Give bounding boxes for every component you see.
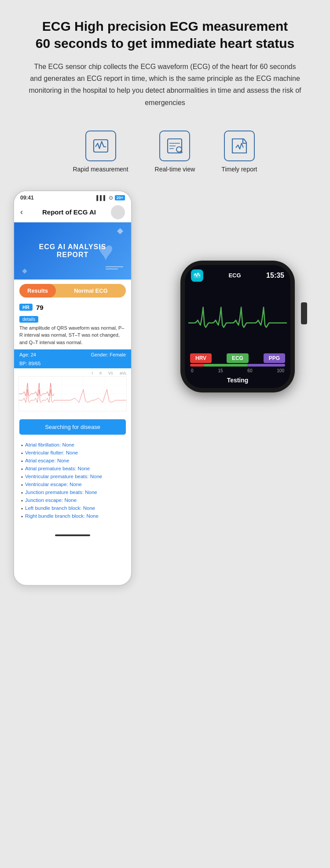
progress-hrv-segment (190, 364, 204, 367)
ecg-banner: ♥ ECG AI ANALYSIS REPORT (14, 222, 131, 280)
disease-name-8: Left bundle branch block: None (25, 505, 95, 511)
disease-item-2: • Atrial escape: None (21, 458, 124, 464)
results-btn-wrap: Results Normal ECG (19, 284, 126, 298)
bullet-icon: • (21, 482, 23, 487)
watch-time: 15:35 (266, 272, 284, 280)
disease-item-9: • Right bundle branch block: None (21, 513, 124, 519)
disease-item-1: • Ventricular flutter: None (21, 450, 124, 456)
results-area: Results Normal ECG (14, 280, 131, 300)
bullet-icon: • (21, 458, 23, 464)
subtitle-text: The ECG sensor chip collects the ECG wav… (29, 61, 301, 109)
gender-label: Gender: Female (91, 352, 126, 357)
back-button[interactable]: ‹ (20, 207, 23, 217)
progress-labels: HRV ECG PPG (190, 353, 285, 363)
home-bar-line (55, 534, 90, 536)
feature-timely: Timely report (221, 131, 257, 173)
disease-item-6: • Junction premature beats: None (21, 490, 124, 495)
bullet-icon: • (21, 490, 23, 495)
ecg-button[interactable]: ECG (227, 353, 249, 363)
watch-top-bar: ECG 15:35 (185, 265, 290, 283)
disease-item-5: • Ventricular escape: None (21, 482, 124, 487)
disease-name-6: Junction premature beats: None (25, 490, 97, 495)
progress-ticks: 0 15 60 100 (190, 368, 285, 373)
disease-name-3: Atrial premature beats: None (25, 466, 90, 471)
search-disease-button[interactable]: Searching for disease (19, 419, 126, 435)
disease-name-7: Junction escape: None (25, 498, 77, 503)
watch-app-label: ECG (228, 272, 241, 279)
battery-badge: 20+ (115, 195, 125, 200)
watch-app-icon (191, 269, 203, 282)
lines-decor (106, 266, 123, 272)
hr-row: HR 79 (14, 300, 131, 313)
disease-item-8: • Left bundle branch block: None (21, 505, 124, 511)
disease-name-1: Ventricular flutter: None (25, 450, 78, 455)
main-title: ECG High precision ECG measurement60 sec… (13, 18, 317, 52)
bp-label: BP: 89/65 (19, 361, 40, 366)
details-badge: details (19, 316, 38, 323)
watch-outer: ECG 15:35 HRV (180, 261, 295, 392)
bullet-icon: • (21, 443, 23, 448)
normal-ecg-button[interactable]: Normal ECG (56, 284, 126, 298)
watch-area: ECG 15:35 HRV (132, 252, 317, 419)
bullet-icon: • (21, 474, 23, 479)
disease-name-9: Right bundle branch block: None (25, 513, 99, 519)
feature-realtime: Real-time view (155, 131, 195, 173)
content-area: 09:41 ▌▌▌ ⊙ 20+ ‹ Report of ECG AI ♥ (13, 190, 317, 586)
age-label: Age: 24 (19, 352, 36, 357)
disease-item-3: • Atrial premature beats: None (21, 466, 124, 472)
ecg-chart-area: I II V1 aVL (14, 368, 131, 416)
progress-bar (190, 364, 285, 367)
phone-status-bar: 09:41 ▌▌▌ ⊙ 20+ (14, 191, 131, 203)
watch-mockup: ECG 15:35 HRV (167, 252, 317, 419)
nav-title: Report of ECG AI (27, 208, 111, 216)
hrv-button[interactable]: HRV (190, 353, 212, 363)
hr-value: 79 (36, 304, 44, 311)
info-bar: Age: 24 Gender: Female (14, 349, 131, 360)
ecg-banner-title: ECG AI ANALYSIS REPORT (23, 243, 122, 259)
progress-ppg-segment (247, 364, 285, 367)
watch-band-bottom (198, 399, 277, 421)
watch-ecg-svg (188, 285, 287, 352)
diamond-decor-tl (117, 228, 123, 234)
disease-name-4: Ventricular premature beats: None (25, 474, 102, 479)
watch-screen: ECG 15:35 HRV (185, 265, 290, 388)
signal-icon: ▌▌▌ (96, 195, 106, 200)
progress-ecg-segment (204, 364, 247, 367)
tick-0: 0 (191, 368, 194, 373)
tick-15: 15 (218, 368, 223, 373)
results-button[interactable]: Results (19, 284, 56, 298)
ppg-button[interactable]: PPG (264, 353, 285, 363)
header-section: ECG High precision ECG measurement60 sec… (13, 18, 317, 109)
disease-name-5: Ventricular escape: None (25, 482, 82, 487)
bullet-icon: • (21, 450, 23, 456)
bullet-icon: • (21, 514, 23, 519)
tick-60: 60 (247, 368, 252, 373)
watch-crown (301, 302, 307, 324)
status-right: ▌▌▌ ⊙ 20+ (96, 195, 125, 201)
home-bar (14, 530, 131, 539)
rapid-measurement-icon (85, 131, 116, 161)
details-section: details The amplitude of QRS waveform wa… (14, 313, 131, 350)
bullet-icon: • (21, 506, 23, 511)
watch-progress-area: HRV ECG PPG 0 15 (185, 353, 290, 375)
watch-status-label: Testing (185, 375, 290, 388)
status-time: 09:41 (20, 195, 34, 201)
chart-header: I II V1 aVL (18, 371, 127, 375)
rapid-label: Rapid measurement (73, 166, 128, 173)
ecg-chart-svg (18, 376, 127, 411)
phone-nav-bar: ‹ Report of ECG AI (14, 203, 131, 222)
diamond-decor-br (22, 269, 27, 273)
bullet-icon: • (21, 498, 23, 503)
tick-100: 100 (277, 368, 284, 373)
details-text: The amplitude of QRS waveform was normal… (19, 324, 126, 346)
realtime-label: Real-time view (155, 166, 195, 173)
disease-name-2: Atrial escape: None (25, 458, 69, 463)
watch-ecg-area (185, 283, 290, 353)
avatar (111, 205, 125, 219)
features-row: Rapid measurement Real-time view (13, 131, 317, 173)
feature-rapid: Rapid measurement (73, 131, 128, 173)
disease-item-4: • Ventricular premature beats: None (21, 474, 124, 479)
bullet-icon: • (21, 466, 23, 472)
wifi-icon: ⊙ (109, 195, 113, 201)
timely-report-icon (224, 131, 255, 161)
